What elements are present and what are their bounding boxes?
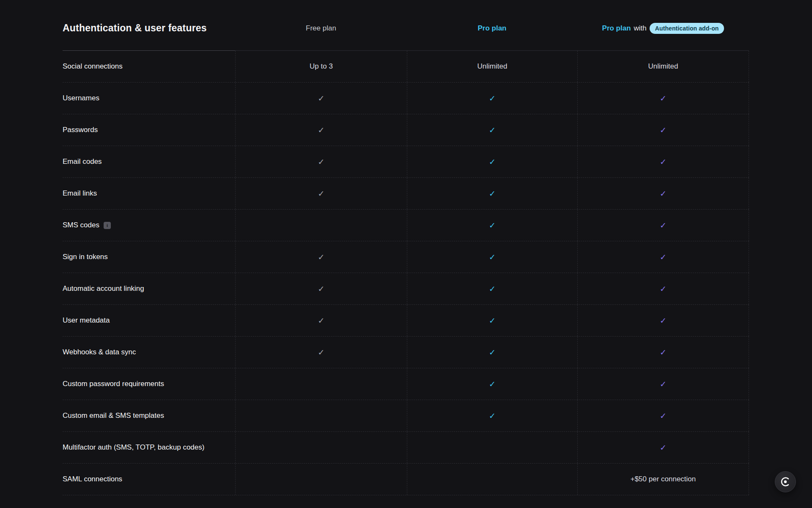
cell-pro-addon: ✓ xyxy=(577,241,749,273)
cell-pro-plan: ✓ xyxy=(407,337,577,368)
cell-pro-addon: Unlimited xyxy=(577,51,749,82)
cell-free-plan xyxy=(235,210,407,241)
feature-label: Automatic account linking xyxy=(63,284,144,293)
info-icon[interactable]: i xyxy=(104,222,111,229)
cell-pro-plan: ✓ xyxy=(407,178,577,209)
check-icon: ✓ xyxy=(318,189,325,198)
cell-pro-plan xyxy=(407,432,577,463)
feature-cell: Automatic account linking i xyxy=(63,273,235,304)
info-icon-glyph: i xyxy=(107,223,108,228)
table-row: Email links i ✓ ✓ ✓ xyxy=(63,178,749,210)
cell-pro-addon: ✓ xyxy=(577,146,749,177)
cell-pro-addon: ✓ xyxy=(577,400,749,431)
table-row: Webhooks & data sync i ✓ ✓ ✓ xyxy=(63,337,749,368)
cell-pro-plan: ✓ xyxy=(407,146,577,177)
cell-value: Up to 3 xyxy=(310,62,333,71)
section-title: Authentication & user features xyxy=(63,22,207,34)
feature-cell: Passwords i xyxy=(63,114,235,146)
feature-cell: Usernames i xyxy=(63,83,235,114)
feature-label: User metadata xyxy=(63,316,110,325)
table-row: Passwords i ✓ ✓ ✓ xyxy=(63,114,749,146)
table-row: Custom password requirements i ✓ ✓ xyxy=(63,368,749,400)
check-icon: ✓ xyxy=(318,348,325,357)
table-row: SMS codes i ✓ ✓ xyxy=(63,210,749,241)
feature-label: Social connections xyxy=(63,62,123,71)
check-icon: ✓ xyxy=(660,443,667,452)
feature-label: SMS codes xyxy=(63,221,99,229)
cell-pro-addon: ✓ xyxy=(577,337,749,368)
check-icon: ✓ xyxy=(660,348,667,357)
cell-free-plan: ✓ xyxy=(235,241,407,273)
check-icon: ✓ xyxy=(318,316,325,325)
check-icon: ✓ xyxy=(660,379,667,389)
feature-cell: Custom password requirements i xyxy=(63,368,235,400)
header-cell-pro: Pro plan xyxy=(407,0,577,51)
cell-pro-plan: ✓ xyxy=(407,210,577,241)
cell-pro-addon: ✓ xyxy=(577,273,749,304)
clerk-logo-button[interactable] xyxy=(775,471,796,492)
table-row: Sign in tokens i ✓ ✓ ✓ xyxy=(63,241,749,273)
cell-free-plan xyxy=(235,432,407,463)
cell-pro-plan: ✓ xyxy=(407,305,577,336)
feature-cell: Email links i xyxy=(63,178,235,209)
feature-label: Multifactor auth (SMS, TOTP, backup code… xyxy=(63,443,204,452)
cell-free-plan: ✓ xyxy=(235,273,407,304)
cell-pro-plan: ✓ xyxy=(407,241,577,273)
table-row: Multifactor auth (SMS, TOTP, backup code… xyxy=(63,432,749,464)
feature-cell: Multifactor auth (SMS, TOTP, backup code… xyxy=(63,432,235,463)
cell-pro-plan: ✓ xyxy=(407,273,577,304)
column-header-pro-addon: Pro plan with Authentication add-on xyxy=(602,23,724,34)
table-row: Social connections i Up to 3 Unlimited U… xyxy=(63,51,749,83)
check-icon: ✓ xyxy=(489,221,496,230)
addon-header-pro-label: Pro plan xyxy=(602,24,631,33)
feature-label: Custom password requirements xyxy=(63,380,164,388)
check-icon: ✓ xyxy=(489,284,496,293)
column-header-free-plan: Free plan xyxy=(306,24,336,33)
cell-pro-addon: ✓ xyxy=(577,83,749,114)
table-row: Custom email & SMS templates i ✓ ✓ xyxy=(63,400,749,432)
cell-free-plan: Up to 3 xyxy=(235,51,407,82)
feature-cell: Webhooks & data sync i xyxy=(63,337,235,368)
cell-pro-addon: ✓ xyxy=(577,210,749,241)
cell-value: +$50 per connection xyxy=(631,475,696,483)
header-cell-title: Authentication & user features xyxy=(63,0,235,51)
feature-cell: Email codes i xyxy=(63,146,235,177)
table-body: Social connections i Up to 3 Unlimited U… xyxy=(63,51,749,495)
check-icon: ✓ xyxy=(660,411,667,420)
feature-label: Passwords xyxy=(63,126,98,134)
cell-pro-plan: ✓ xyxy=(407,400,577,431)
feature-label: Sign in tokens xyxy=(63,253,108,261)
clerk-logo-icon xyxy=(780,477,790,487)
cell-free-plan: ✓ xyxy=(235,305,407,336)
feature-comparison-table: Authentication & user features Free plan… xyxy=(63,0,749,495)
table-row: Usernames i ✓ ✓ ✓ xyxy=(63,83,749,114)
feature-label: Usernames xyxy=(63,94,99,102)
feature-cell: Custom email & SMS templates i xyxy=(63,400,235,431)
check-icon: ✓ xyxy=(318,252,325,262)
cell-pro-plan: ✓ xyxy=(407,114,577,146)
addon-header-connector: with xyxy=(634,24,647,33)
check-icon: ✓ xyxy=(660,94,667,103)
check-icon: ✓ xyxy=(318,284,325,293)
cell-pro-addon: ✓ xyxy=(577,432,749,463)
cell-pro-addon: ✓ xyxy=(577,114,749,146)
cell-free-plan: ✓ xyxy=(235,114,407,146)
check-icon: ✓ xyxy=(660,221,667,230)
table-row: Automatic account linking i ✓ ✓ ✓ xyxy=(63,273,749,305)
cell-free-plan: ✓ xyxy=(235,146,407,177)
cell-pro-plan: ✓ xyxy=(407,368,577,400)
feature-cell: User metadata i xyxy=(63,305,235,336)
cell-value: Unlimited xyxy=(648,62,678,71)
feature-cell: Sign in tokens i xyxy=(63,241,235,273)
check-icon: ✓ xyxy=(489,316,496,325)
authentication-addon-badge: Authentication add-on xyxy=(650,23,724,34)
feature-label: Email codes xyxy=(63,157,102,166)
check-icon: ✓ xyxy=(660,157,667,166)
check-icon: ✓ xyxy=(660,252,667,262)
check-icon: ✓ xyxy=(489,157,496,166)
feature-label: Custom email & SMS templates xyxy=(63,411,164,420)
check-icon: ✓ xyxy=(489,411,496,420)
table-row: SAML connections i +$50 per connection xyxy=(63,464,749,495)
cell-free-plan: ✓ xyxy=(235,83,407,114)
feature-label: SAML connections xyxy=(63,475,122,483)
